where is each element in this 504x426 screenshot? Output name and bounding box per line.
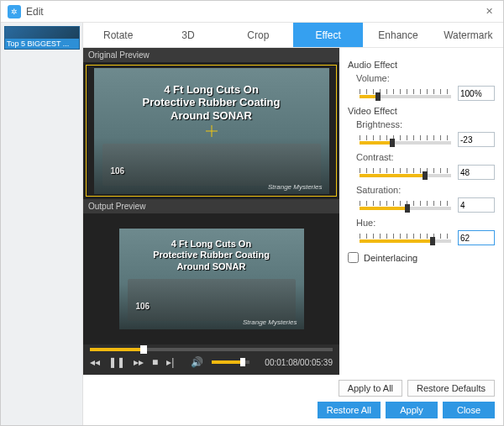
stop-button[interactable]: ■ (152, 356, 158, 368)
tab-3d[interactable]: 3D (153, 23, 223, 47)
deinterlacing-checkbox[interactable] (348, 252, 359, 263)
contrast-input[interactable] (458, 165, 495, 180)
saturation-input[interactable] (458, 197, 495, 213)
brightness-label: Brightness: (356, 119, 495, 129)
apply-button[interactable]: Apply (386, 402, 438, 418)
footer-primary: Restore All Apply Close (83, 397, 503, 425)
restore-all-button[interactable]: Restore All (318, 402, 381, 418)
video-effect-heading: Video Effect (348, 106, 495, 116)
tab-watermark[interactable]: Watermark (433, 23, 503, 47)
clip-thumbnail-label: Top 5 BIGGEST ... (5, 39, 79, 49)
volume-icon[interactable]: 🔊 (191, 356, 203, 368)
effects-panel: Audio Effect Volume: Video Effect Bright… (339, 48, 503, 375)
window-close-button[interactable]: ✕ (481, 4, 496, 19)
playhead-slider[interactable] (90, 348, 333, 351)
brightness-input[interactable] (458, 132, 495, 147)
brightness-slider[interactable] (358, 135, 453, 145)
titlebar: ✲ Edit ✕ (1, 1, 503, 23)
window-title: Edit (26, 6, 481, 18)
hue-label: Hue: (356, 218, 495, 228)
deinterlacing-label: Deinterlacing (364, 253, 417, 263)
tab-rotate[interactable]: Rotate (83, 23, 153, 47)
volume-slider[interactable] (212, 360, 249, 364)
restore-defaults-button[interactable]: Restore Defaults (407, 380, 495, 397)
contrast-label: Contrast: (356, 152, 495, 162)
hue-input[interactable] (458, 230, 495, 245)
clip-thumbnail[interactable]: Top 5 BIGGEST ... (4, 26, 80, 50)
footer-secondary: Apply to All Restore Defaults (83, 375, 503, 397)
apply-to-all-button[interactable]: Apply to All (339, 380, 402, 397)
close-button[interactable]: Close (443, 402, 495, 418)
next-button[interactable]: ▸▸ (134, 356, 144, 368)
output-preview: 4 Ft Long Cuts On Protective Rubber Coat… (83, 213, 339, 344)
original-preview-label: Original Preview (83, 48, 339, 62)
timecode: 00:01:08/00:05:39 (265, 358, 333, 367)
preview-column: Original Preview 4 Ft Long Cuts On Prote… (83, 48, 339, 375)
audio-effect-heading: Audio Effect (348, 60, 495, 70)
sidebar: Top 5 BIGGEST ... (1, 23, 83, 425)
prev-button[interactable]: ◂◂ (90, 356, 100, 368)
saturation-slider[interactable] (358, 201, 453, 210)
volume-input[interactable] (458, 86, 495, 101)
pause-button[interactable]: ❚❚ (108, 356, 125, 368)
transport-bar: ◂◂ ❚❚ ▸▸ ■ ▸| 🔊 00:01:08/00:05:39 (83, 344, 339, 375)
tab-crop[interactable]: Crop (223, 23, 293, 47)
step-button[interactable]: ▸| (166, 356, 174, 368)
volume-slider-control[interactable] (358, 89, 453, 98)
tab-effect[interactable]: Effect (293, 23, 363, 47)
saturation-label: Saturation: (356, 185, 495, 195)
crop-crosshair-icon (206, 125, 218, 137)
original-preview[interactable]: 4 Ft Long Cuts On Protective Rubber Coat… (83, 62, 339, 199)
hue-slider[interactable] (358, 234, 453, 243)
tab-enhance[interactable]: Enhance (363, 23, 433, 47)
output-preview-label: Output Preview (83, 199, 339, 213)
app-icon: ✲ (8, 5, 21, 18)
contrast-slider[interactable] (358, 168, 453, 177)
volume-label: Volume: (356, 73, 495, 83)
tab-bar: Rotate 3D Crop Effect Enhance Watermark (83, 23, 503, 48)
